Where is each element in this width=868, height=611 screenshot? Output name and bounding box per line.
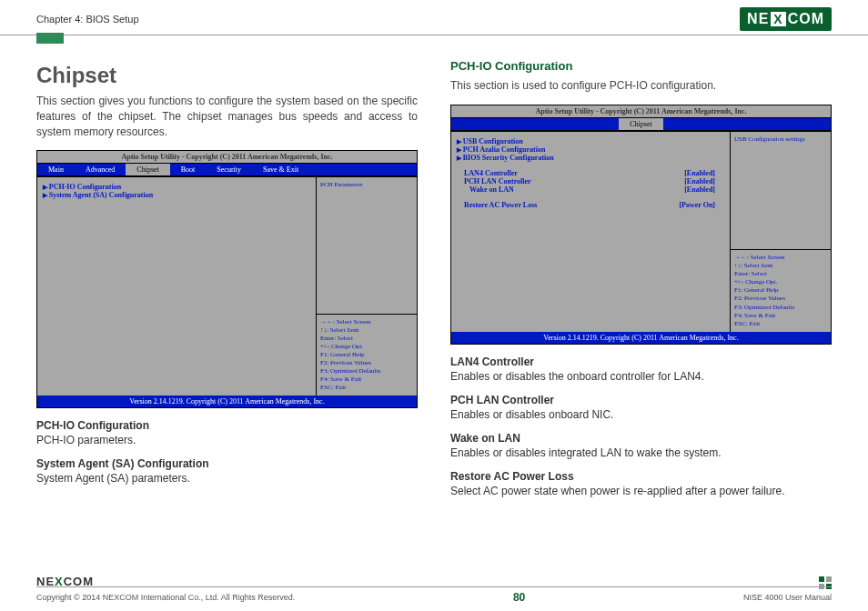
bios-tab-active: Chipset — [619, 118, 662, 130]
sub-text: Select AC power state when power is re-a… — [450, 485, 832, 497]
green-accent-tab — [36, 33, 64, 44]
bios-menu-item: BIOS Security Configuration — [457, 154, 724, 162]
bios-setting-item: Wake on LAN[Enabled] — [457, 185, 724, 194]
bios-tab: Main — [37, 164, 75, 175]
bios-key-help: →←: Select Screen ↑↓: Select Item Enter:… — [731, 249, 831, 332]
bios-tab-active: Chipset — [126, 164, 169, 175]
sub-heading: PCH LAN Controller — [450, 394, 832, 406]
bios-menu-item: PCH-IO Configuration — [43, 183, 310, 191]
bios-tab: Security — [206, 164, 252, 175]
bios-side-panel: USB Configuration settings →←: Select Sc… — [731, 132, 831, 332]
bios-tabs: Main Advanced Chipset Boot Security Save… — [37, 164, 417, 177]
bios-menu-item: USB Configuration — [457, 137, 724, 145]
sub-heading: LAN4 Controller — [450, 356, 832, 368]
bios-screenshot-left: Aptio Setup Utility - Copyright (C) 2011… — [36, 150, 418, 408]
sub-text: Enables or disables the onboard controll… — [450, 370, 832, 383]
sub-text: Enables or disables onboard NIC. — [450, 408, 832, 421]
bios-setting-item: PCH LAN Controller[Enabled] — [457, 177, 724, 185]
bios-screenshot-right: Aptio Setup Utility - Copyright (C) 2011… — [450, 105, 832, 345]
bios-tab: Boot — [170, 164, 207, 175]
bios-side-panel: PCH Parameters →←: Select Screen ↑↓: Sel… — [317, 177, 417, 396]
section-intro: This section is used to configure PCH-IO… — [450, 78, 832, 94]
sub-heading: PCH-IO Configuration — [36, 419, 418, 432]
page-header: Chapter 4: BIOS Setup NEXCOM — [0, 0, 868, 35]
page-footer: Copyright © 2014 NEXCOM International Co… — [36, 586, 832, 604]
sub-text: PCH-IO parameters. — [36, 434, 418, 446]
bios-title: Aptio Setup Utility - Copyright (C) 2011… — [37, 151, 417, 164]
left-column: Chipset This section gives you functions… — [36, 54, 418, 505]
bios-menu-item: PCH Azalia Configuration — [457, 145, 724, 154]
bios-version-footer: Version 2.14.1219. Copyright (C) 2011 Am… — [37, 396, 417, 407]
right-column: PCH-IO Configuration This section is use… — [450, 54, 832, 505]
bios-setting-item: LAN4 Controller[Enabled] — [457, 169, 724, 177]
sub-text: Enables or disables integrated LAN to wa… — [450, 446, 832, 459]
content-area: Chipset This section gives you functions… — [0, 35, 868, 505]
bios-key-help: →←: Select Screen ↑↓: Select Item Enter:… — [317, 314, 417, 396]
sub-text: System Agent (SA) parameters. — [36, 472, 418, 485]
chapter-label: Chapter 4: BIOS Setup — [36, 14, 139, 25]
bios-version-footer: Version 2.14.1219. Copyright (C) 2011 Am… — [451, 332, 831, 344]
bios-setting-item: Restore AC Power Loss[Power On] — [457, 201, 724, 209]
section-heading: PCH-IO Configuration — [450, 59, 832, 73]
sub-heading: System Agent (SA) Configuration — [36, 457, 418, 470]
bios-tab: Save & Exit — [252, 164, 309, 175]
sub-heading: Restore AC Power Loss — [450, 470, 832, 483]
bios-title: Aptio Setup Utility - Copyright (C) 2011… — [451, 105, 831, 118]
bios-main-panel: USB Configuration PCH Azalia Configurati… — [451, 132, 731, 332]
bios-help-description: PCH Parameters — [317, 177, 417, 313]
page-title: Chipset — [36, 63, 418, 88]
sub-heading: Wake on LAN — [450, 432, 832, 445]
bios-main-panel: PCH-IO Configuration System Agent (SA) C… — [37, 177, 317, 396]
intro-text: This section gives you functions to conf… — [36, 94, 418, 139]
bios-tab: Advanced — [75, 164, 126, 175]
bios-help-description: USB Configuration settings — [731, 132, 831, 249]
manual-name: NISE 4000 User Manual — [743, 593, 832, 602]
bios-menu-item: System Agent (SA) Configuration — [43, 191, 310, 199]
copyright-text: Copyright © 2014 NEXCOM International Co… — [36, 593, 295, 602]
page-number: 80 — [513, 591, 525, 604]
logo: NEXCOM — [740, 7, 832, 31]
bios-tabs: Chipset — [451, 118, 831, 132]
